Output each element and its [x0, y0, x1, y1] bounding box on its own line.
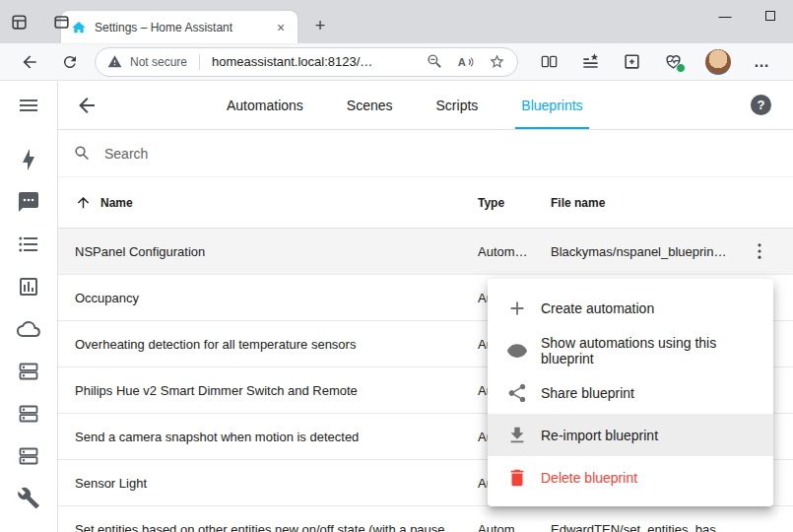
back-icon[interactable]: [20, 52, 39, 72]
download-icon: [506, 425, 528, 446]
table-row[interactable]: NSPanel Configuration Autom… Blackymas/n…: [58, 229, 793, 275]
plus-icon: [506, 298, 528, 319]
collections-icon[interactable]: [623, 52, 641, 71]
menu-item-label: Delete blueprint: [541, 470, 637, 486]
sort-arrow-up-icon: [75, 194, 92, 211]
row-file: EdwardTEN/set_entities_bas…: [551, 522, 743, 532]
address-bar-icons: A: [427, 53, 505, 71]
row-name: Overheating detection for all temperatur…: [75, 337, 478, 352]
sidebar-item-cloud[interactable]: [17, 317, 40, 341]
svg-text:A: A: [458, 55, 466, 67]
row-file: Blackymas/nspanel_blueprin…: [551, 244, 743, 259]
ha-back-icon[interactable]: [75, 94, 99, 117]
blueprint-context-menu: Create automation Show automations using…: [488, 279, 773, 506]
window-controls: —: [702, 0, 793, 32]
tab-actions-icon[interactable]: [52, 13, 71, 32]
row-name: Philips Hue v2 Smart Dimmer Switch and R…: [75, 383, 478, 398]
favorites-hub-icon[interactable]: [581, 52, 600, 71]
row-name: Occupancy: [75, 291, 478, 305]
workspaces-icon[interactable]: [10, 13, 29, 32]
browser-essentials-icon[interactable]: [664, 52, 683, 71]
menu-item-label: Show automations using this blueprint: [541, 335, 760, 366]
sidebar-item-stack-2[interactable]: [17, 402, 40, 426]
sidebar-item-assist[interactable]: [17, 190, 40, 214]
column-type[interactable]: Type: [478, 196, 551, 210]
sidebar-item-energy[interactable]: [17, 148, 40, 171]
sidebar-item-history[interactable]: [17, 275, 40, 299]
maximize-icon: [765, 11, 775, 21]
column-file[interactable]: File name: [551, 196, 743, 210]
row-overflow-menu-icon[interactable]: [749, 240, 772, 262]
security-label[interactable]: Not secure: [130, 55, 187, 69]
row-name: Set entities based on other entities new…: [75, 522, 478, 532]
settings-more-icon[interactable]: …: [754, 53, 770, 71]
menu-item-delete-blueprint[interactable]: Delete blueprint: [488, 456, 773, 499]
browser-toolbar: Not secure homeassistant.local:8123/… A: [0, 43, 793, 81]
tab-title: Settings – Home Assistant: [95, 21, 264, 34]
refresh-icon[interactable]: [61, 53, 79, 71]
menu-item-show-automations[interactable]: Show automations using this blueprint: [488, 329, 773, 371]
read-aloud-icon[interactable]: A: [457, 53, 475, 71]
ha-header: Automations Scenes Scripts Blueprints ?: [58, 81, 793, 130]
menu-item-label: Create automation: [541, 300, 654, 316]
ha-sidebar: [0, 81, 58, 532]
tab-scenes[interactable]: Scenes: [347, 81, 393, 129]
not-secure-warning-icon: [107, 54, 122, 69]
menu-item-share-blueprint[interactable]: Share blueprint: [488, 371, 773, 414]
minimize-button[interactable]: —: [702, 0, 748, 32]
tab-scripts[interactable]: Scripts: [436, 81, 479, 129]
zoom-out-icon[interactable]: [427, 53, 443, 70]
address-url[interactable]: homeassistant.local:8123/…: [212, 54, 419, 69]
browser-titlebar: Settings – Home Assistant × + —: [0, 0, 793, 43]
row-name: Send a camera snapshot when motion is de…: [75, 430, 478, 444]
search-input[interactable]: [104, 146, 420, 162]
address-bar[interactable]: Not secure homeassistant.local:8123/… A: [95, 47, 518, 77]
split-screen-icon[interactable]: [540, 52, 559, 71]
menu-item-create-automation[interactable]: Create automation: [488, 287, 773, 329]
profile-avatar[interactable]: [705, 49, 731, 75]
home-assistant-app: Automations Scenes Scripts Blueprints ? …: [0, 81, 793, 532]
toolbar-right-icons: …: [540, 49, 770, 75]
row-name: Sensor Light: [75, 476, 478, 491]
search-icon: [73, 144, 92, 163]
sidebar-item-stack-3[interactable]: [17, 444, 40, 468]
new-tab-button[interactable]: +: [307, 13, 333, 38]
column-name: Name: [100, 196, 133, 210]
menu-item-label: Share blueprint: [541, 385, 634, 401]
menu-item-reimport-blueprint[interactable]: Re-import blueprint: [488, 414, 773, 456]
table-header: Name Type File name: [58, 177, 793, 229]
menu-item-label: Re-import blueprint: [541, 428, 658, 443]
table-row[interactable]: Set entities based on other entities new…: [58, 506, 793, 532]
row-name: NSPanel Configuration: [75, 244, 478, 259]
sidebar-item-settings[interactable]: [17, 487, 40, 510]
share-icon: [506, 382, 528, 404]
tab-blueprints[interactable]: Blueprints: [521, 81, 582, 129]
home-assistant-favicon: [71, 20, 87, 35]
browser-tab[interactable]: Settings – Home Assistant ×: [61, 11, 297, 43]
maximize-button[interactable]: [748, 0, 793, 32]
help-icon[interactable]: ?: [751, 95, 771, 115]
search-row: [58, 130, 793, 177]
row-type: Autom…: [478, 522, 551, 532]
eye-icon: [506, 340, 528, 362]
sidebar-menu-icon[interactable]: [17, 94, 40, 117]
trash-icon: [506, 467, 528, 489]
sidebar-item-logbook[interactable]: [17, 233, 40, 256]
row-type: Autom…: [478, 244, 551, 259]
favorite-star-icon[interactable]: [489, 53, 505, 70]
titlebar-left-icons: [8, 0, 71, 43]
tab-automations[interactable]: Automations: [227, 81, 303, 129]
ha-nav-tabs: Automations Scenes Scripts Blueprints: [227, 81, 583, 129]
tab-close-icon[interactable]: ×: [272, 19, 290, 36]
sidebar-item-stack-1[interactable]: [17, 360, 40, 383]
ha-main: Automations Scenes Scripts Blueprints ? …: [58, 81, 793, 532]
address-divider: [199, 54, 200, 70]
sort-by-name[interactable]: Name: [75, 194, 478, 211]
